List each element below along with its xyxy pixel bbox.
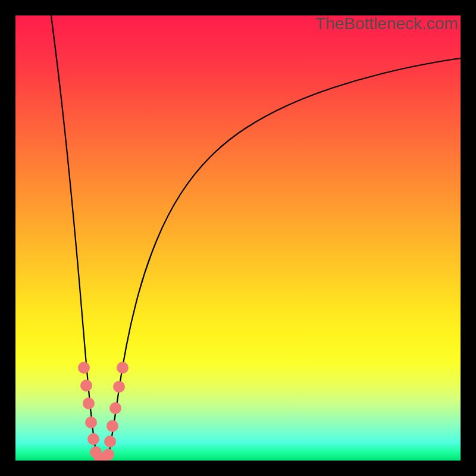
data-marker <box>85 416 97 428</box>
data-marker <box>113 381 125 393</box>
data-marker <box>117 362 129 374</box>
plot-area <box>15 15 461 461</box>
data-marker <box>104 436 116 447</box>
data-marker <box>87 433 99 445</box>
watermark-text: TheBottleneck.com <box>315 14 458 33</box>
data-marker <box>83 397 95 409</box>
data-marker <box>102 449 114 461</box>
marker-group <box>78 362 129 461</box>
chart-frame: TheBottleneck.com <box>0 0 476 476</box>
data-marker <box>80 380 92 392</box>
marker-layer <box>15 15 461 461</box>
data-marker <box>78 362 90 374</box>
data-marker <box>109 402 121 414</box>
data-marker <box>107 420 118 432</box>
